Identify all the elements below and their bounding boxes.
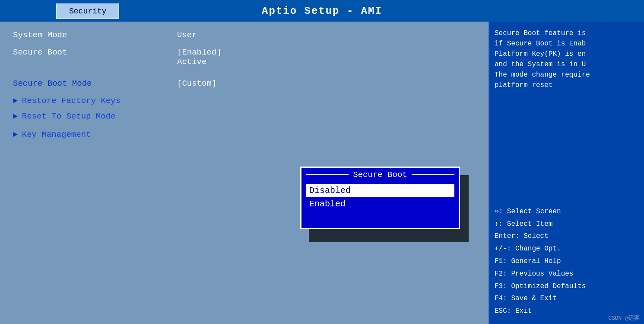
help-line-1: Secure Boot feature is xyxy=(495,29,586,37)
secure-boot-row[interactable]: Secure Boot [Enabled] Active xyxy=(13,48,476,67)
arrow-icon-reset: ► xyxy=(13,112,18,121)
key-hints: ⇔: Select Screen ↕: Select Item Enter: S… xyxy=(495,205,639,318)
help-panel: Secure Boot feature is if Secure Boot is… xyxy=(489,22,644,324)
system-mode-value: User xyxy=(177,30,197,40)
help-line-5: The mode change require xyxy=(495,71,590,79)
tab-security[interactable]: Security xyxy=(56,3,119,19)
hint-enter-select: Enter: Select xyxy=(495,230,639,243)
help-text: Secure Boot feature is if Secure Boot is… xyxy=(495,28,639,90)
bios-title: Aptio Setup - AMI xyxy=(262,5,382,17)
secure-boot-mode-row[interactable]: Secure Boot Mode [Custom] xyxy=(13,79,476,88)
reset-setup-mode-row[interactable]: ► Reset To Setup Mode xyxy=(13,112,476,121)
help-line-4: and the System is in U xyxy=(495,61,586,68)
secure-boot-mode-label: Secure Boot Mode xyxy=(13,79,177,88)
secure-boot-sub: Active xyxy=(177,57,222,67)
popup-title-line-left xyxy=(306,174,349,175)
top-bar: Security Aptio Setup - AMI xyxy=(0,0,644,22)
arrow-icon-restore: ► xyxy=(13,96,18,105)
hint-f4: F4: Save & Exit xyxy=(495,292,639,305)
popup-option-enabled[interactable]: Enabled xyxy=(306,197,454,211)
system-mode-row: System Mode User xyxy=(13,30,476,40)
secure-boot-value: [Enabled] xyxy=(177,48,222,57)
secure-boot-mode-value: [Custom] xyxy=(177,79,216,88)
popup-title-line-right xyxy=(412,174,454,175)
key-management-row[interactable]: ► Key Management xyxy=(13,130,476,139)
restore-factory-keys-label: Restore Factory Keys xyxy=(22,96,121,106)
watermark: CSDN @远客 xyxy=(608,314,640,322)
system-mode-label: System Mode xyxy=(13,30,177,40)
popup-title-bar: Secure Boot xyxy=(301,168,459,182)
main-area: System Mode User Secure Boot [Enabled] A… xyxy=(0,22,644,324)
content-panel: System Mode User Secure Boot [Enabled] A… xyxy=(0,22,489,324)
help-line-2: if Secure Boot is Enab xyxy=(495,40,586,48)
hint-change-opt: +/-: Change Opt. xyxy=(495,243,639,255)
hint-select-item: ↕: Select Item xyxy=(495,218,639,231)
secure-boot-value-group: [Enabled] Active xyxy=(177,48,222,67)
key-management-label: Key Management xyxy=(22,130,91,139)
hint-f3: F3: Optimized Defaults xyxy=(495,280,639,293)
secure-boot-label: Secure Boot xyxy=(13,48,177,57)
hint-f1: F1: General Help xyxy=(495,255,639,268)
reset-setup-mode-label: Reset To Setup Mode xyxy=(22,112,116,121)
popup-options: Disabled Enabled xyxy=(301,182,459,213)
popup-option-disabled[interactable]: Disabled xyxy=(306,184,454,197)
hint-select-screen: ⇔: Select Screen xyxy=(495,205,639,218)
restore-factory-keys-row[interactable]: ► Restore Factory Keys xyxy=(13,96,476,106)
popup-title: Secure Boot xyxy=(353,170,407,180)
arrow-icon-keymgmt: ► xyxy=(13,130,18,139)
hint-f2: F2: Previous Values xyxy=(495,268,639,280)
help-line-3: Platform Key(PK) is en xyxy=(495,50,586,58)
help-line-6: platform reset xyxy=(495,81,552,89)
secure-boot-popup[interactable]: Secure Boot Disabled Enabled xyxy=(300,167,460,229)
